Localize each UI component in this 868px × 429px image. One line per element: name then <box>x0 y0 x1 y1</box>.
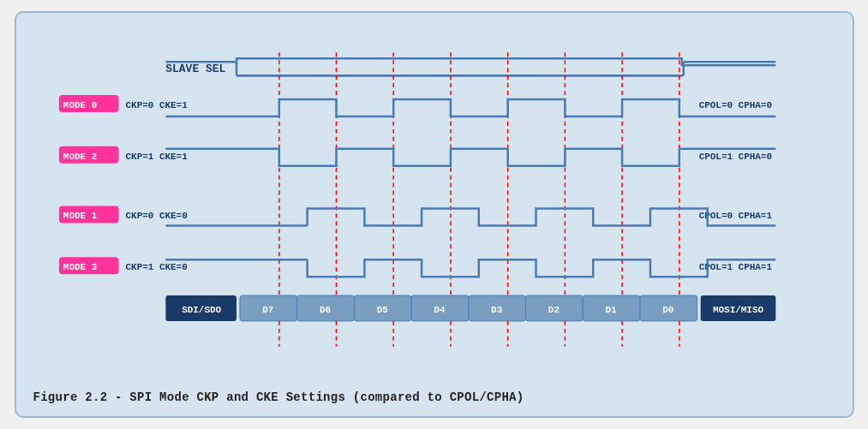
figure-caption: Figure 2.2 - SPI Mode CKP and CKE Settin… <box>33 390 835 404</box>
d2-label: D2 <box>548 305 559 315</box>
mode0-left-label: CKP=0 CKE=1 <box>125 100 188 110</box>
mode2-left-label: CKP=1 CKE=1 <box>125 152 188 162</box>
d1-label: D1 <box>605 305 617 315</box>
mosi-miso-label: MOSI/MISO <box>712 305 763 315</box>
mode0-badge: MODE 0 <box>63 100 96 110</box>
mode2-badge: MODE 2 <box>63 152 96 162</box>
mode3-right-label: CPOL=1 CPHA=1 <box>698 262 772 272</box>
mode2-right-label: CPOL=1 CPHA=0 <box>698 152 771 162</box>
d0-label: D0 <box>662 305 673 315</box>
d6-label: D6 <box>319 305 330 315</box>
d5-label: D5 <box>376 305 387 315</box>
sdi-sdo-label: SDI/SDO <box>182 305 221 315</box>
d7-label: D7 <box>262 305 273 315</box>
mode3-badge: MODE 3 <box>63 262 97 272</box>
diagram-svg-container: SLAVE SEL <box>33 28 835 384</box>
d4-label: D4 <box>434 305 446 315</box>
figure-container: SLAVE SEL <box>15 11 854 418</box>
slave-sel-label: SLAVE SEL <box>165 63 225 75</box>
svg-rect-0 <box>33 39 835 372</box>
mode1-left-label: CKP=0 CKE=0 <box>125 211 187 221</box>
mode3-left-label: CKP=1 CKE=0 <box>125 262 187 272</box>
d3-label: D3 <box>491 305 503 315</box>
mode0-right-label: CPOL=0 CPHA=0 <box>698 100 771 110</box>
mode1-badge: MODE 1 <box>63 211 97 221</box>
mode1-right-label: CPOL=0 CPHA=1 <box>698 211 772 221</box>
